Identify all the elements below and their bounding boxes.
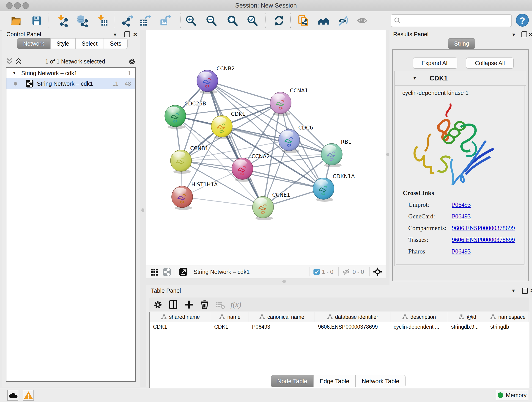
entry-collapse-icon[interactable]: ▼ (413, 76, 417, 81)
tab-sets[interactable]: Sets (104, 38, 128, 49)
function-builder-button[interactable]: f(x) (230, 300, 241, 309)
collapse-all-button[interactable]: Collapse All (466, 57, 514, 69)
panel-menu-icon[interactable]: ▾ (114, 32, 116, 38)
tab-style[interactable]: Style (51, 38, 76, 49)
tab-node-table[interactable]: Node Table (271, 375, 313, 387)
open-in-new-window-icon[interactable] (178, 267, 188, 277)
import-network-file-button[interactable] (56, 15, 68, 27)
panel-float-icon[interactable] (522, 288, 528, 294)
tab-network[interactable]: Network (17, 38, 51, 49)
database-icon (76, 15, 88, 27)
tab-select[interactable]: Select (75, 38, 104, 49)
network-edge[interactable] (207, 81, 281, 103)
column-header[interactable]: @id (448, 312, 487, 322)
reset-view-button[interactable] (318, 15, 330, 27)
table-cell[interactable]: CDK1 (211, 322, 249, 332)
save-session-button[interactable] (31, 15, 43, 27)
hidden-eye-icon[interactable] (342, 268, 351, 276)
crosslink-value[interactable]: P06493 (452, 213, 471, 220)
column-header[interactable]: description (390, 312, 448, 322)
column-header[interactable]: namespace (487, 312, 529, 322)
entry-description: cyclin-dependent kinase 1 (402, 89, 524, 96)
cloud-button[interactable] (7, 390, 18, 401)
network-node-CCNB2[interactable]: CCNB2 (197, 65, 235, 94)
clone-network-button[interactable] (298, 15, 310, 27)
table-cell[interactable]: stringdb (487, 322, 529, 332)
panel-float-icon[interactable] (521, 32, 527, 37)
refresh-layout-button[interactable] (273, 15, 285, 27)
warning-button[interactable] (23, 390, 34, 401)
table-gear-icon[interactable] (152, 299, 163, 310)
network-edge[interactable] (182, 197, 263, 207)
collapse-all-icon[interactable] (6, 57, 13, 65)
horizontal-splitter-handle[interactable] (282, 280, 286, 283)
export-image-button[interactable] (159, 15, 171, 27)
export-table-button[interactable] (139, 15, 151, 27)
hide-selected-button[interactable] (337, 15, 349, 27)
network-view[interactable]: CCNB2CCNA1CDC25BCDK1CDC6RB1CCNB1CCNA2CDK… (146, 30, 386, 278)
delete-column-icon[interactable] (199, 299, 210, 310)
expand-all-icon[interactable] (15, 57, 22, 65)
panel-close-icon[interactable]: ✕ (528, 32, 532, 38)
collection-count: 1 (128, 70, 131, 77)
open-session-button[interactable] (10, 15, 22, 27)
show-selected-button[interactable] (356, 15, 368, 27)
column-header[interactable]: database identifier (315, 312, 390, 322)
network-canvas[interactable]: CCNB2CCNA1CDC25BCDK1CDC6RB1CCNB1CCNA2CDK… (146, 30, 386, 265)
tree-expander-icon[interactable]: ▼ (12, 71, 16, 75)
table-cell[interactable]: P06493 (249, 322, 315, 332)
add-column-icon[interactable] (184, 299, 194, 310)
left-splitter-handle[interactable] (141, 208, 144, 212)
control-panel-title: Control Panel (6, 31, 41, 38)
zoom-fit-button[interactable] (226, 15, 238, 27)
column-header[interactable]: canonical name (249, 312, 315, 322)
help-button[interactable]: ? (516, 14, 529, 27)
table-cell[interactable]: 9606.ENSP00000378699 (315, 322, 390, 332)
network-edge[interactable] (207, 81, 263, 207)
zoom-out-button[interactable] (205, 15, 217, 27)
table-cell[interactable]: cyclin-dependent ... (390, 322, 448, 332)
network-view-icon[interactable] (162, 267, 172, 277)
select-columns-icon[interactable] (168, 299, 179, 310)
delete-table-icon[interactable] (215, 299, 225, 310)
grid-view-icon[interactable] (150, 267, 159, 277)
network-node-CDKN1A[interactable]: CDKN1A (313, 173, 355, 202)
crosslink-value[interactable]: 9606.ENSP00000378699 (452, 236, 515, 243)
table-cell[interactable]: CDK1 (150, 322, 211, 332)
tab-edge-table[interactable]: Edge Table (313, 375, 355, 387)
tab-network-table[interactable]: Network Table (355, 375, 405, 387)
panel-close-icon[interactable]: ✕ (530, 287, 532, 294)
tab-string[interactable]: String (448, 38, 475, 49)
right-splitter[interactable] (386, 30, 389, 285)
zoom-in-button[interactable] (185, 15, 197, 27)
crosslink-value[interactable]: P06493 (452, 248, 471, 255)
right-splitter-handle[interactable] (386, 153, 389, 156)
panel-float-icon[interactable] (124, 32, 130, 37)
crosslink-value[interactable]: 9606.ENSP00000378699 (452, 225, 515, 232)
column-header[interactable]: shared name (150, 312, 211, 322)
panel-menu-icon[interactable]: ▾ (512, 32, 515, 38)
selected-checkbox-icon[interactable] (313, 268, 320, 275)
crosslink-value[interactable]: P06493 (452, 201, 471, 208)
network-node-CDC25B[interactable]: CDC25B (165, 101, 206, 129)
panel-close-icon[interactable]: ✕ (133, 32, 138, 38)
memory-button[interactable]: Memory (496, 390, 528, 400)
export-network-button[interactable] (122, 15, 133, 27)
birdseye-crosshair-icon[interactable] (373, 267, 382, 277)
search-input[interactable] (402, 16, 511, 26)
expand-all-button[interactable]: Expand All (413, 57, 457, 69)
network-collection-row[interactable]: ▼ String Network – cdk1 1 (6, 68, 135, 78)
network-node-RB1[interactable]: RB1 (321, 139, 351, 167)
table-cell[interactable]: stringdb:9... (448, 322, 487, 332)
panel-menu-icon[interactable]: ▾ (512, 287, 515, 294)
node-result-header[interactable]: ▼ CDK1 (395, 71, 526, 85)
import-table-button[interactable] (96, 15, 108, 27)
network-edges (175, 81, 332, 207)
table-row[interactable]: CDK1CDK1P064939606.ENSP00000378699cyclin… (150, 322, 529, 332)
zoom-selected-button[interactable] (246, 15, 258, 27)
network-row[interactable]: String Network – cdk1 11 48 (6, 78, 135, 89)
gear-icon[interactable] (128, 57, 136, 65)
network-node-HIST1H1A[interactable]: HIST1H1A (172, 182, 218, 210)
import-network-database-button[interactable] (76, 15, 88, 27)
column-header[interactable]: name (211, 312, 249, 322)
